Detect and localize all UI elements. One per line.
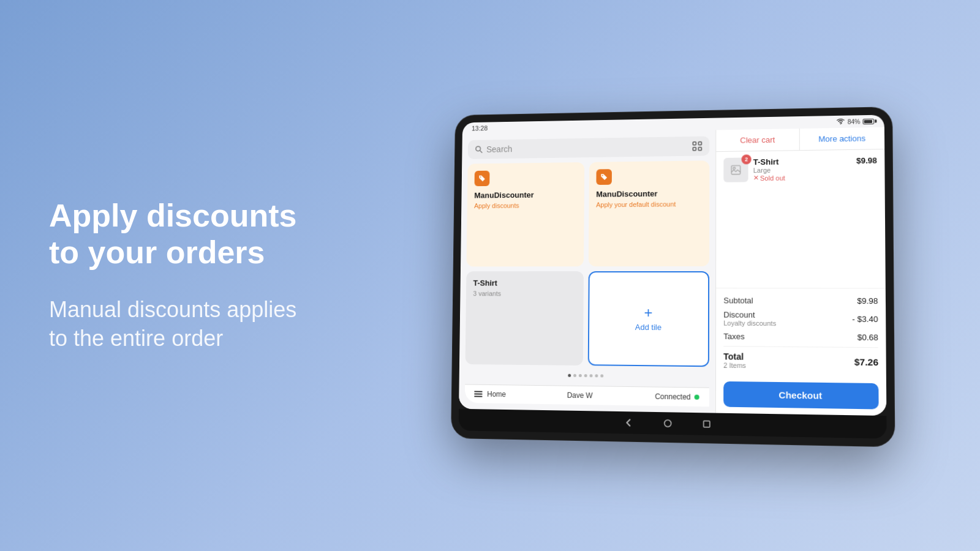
dot-2 <box>573 374 576 377</box>
hamburger-icon[interactable] <box>474 391 483 397</box>
tiles-grid: ManuDiscounter Apply discounts <box>466 160 710 367</box>
svg-line-1 <box>480 151 481 152</box>
hero-subheading: Manual discounts applies to the entire o… <box>49 296 306 353</box>
tile-subtitle-1: Apply discounts <box>474 201 577 209</box>
tablet-wrapper: 13:28 84% <box>355 110 980 441</box>
tablet-screen: Search <box>459 127 886 416</box>
discount-tile-icon-2 <box>596 169 612 185</box>
svg-point-9 <box>733 167 736 170</box>
dot-6 <box>595 374 598 377</box>
discount-label: Discount <box>723 310 776 320</box>
search-bar[interactable]: Search <box>468 137 710 159</box>
cart-totals: Subtotal $9.98 Discount Loyalty discount… <box>716 288 886 378</box>
search-placeholder: Search <box>486 144 512 154</box>
more-actions-button[interactable]: More actions <box>800 127 884 150</box>
status-right: 84% <box>836 118 874 125</box>
back-icon <box>624 418 633 427</box>
subtotal-value: $9.98 <box>857 296 878 305</box>
tile-manu-discounter-2[interactable]: ManuDiscounter Apply your default discou… <box>589 160 709 266</box>
taxes-row: Taxes $0.68 <box>723 329 878 345</box>
tile-manu-discounter-1[interactable]: ManuDiscounter Apply discounts <box>467 162 585 266</box>
hero-heading: Apply discounts to your orders <box>49 198 306 271</box>
discount-label-group: Discount Loyalty discounts <box>723 310 776 327</box>
battery-percentage: 84% <box>848 118 861 125</box>
svg-point-10 <box>665 420 671 427</box>
discount-sublabel: Loyalty discounts <box>723 320 776 328</box>
tile-title-1: ManuDiscounter <box>474 190 577 200</box>
tag-icon-2 <box>600 173 608 181</box>
total-divider <box>723 346 878 348</box>
cart-panel: Clear cart More actions 2 <box>715 127 886 416</box>
dot-4 <box>584 374 587 377</box>
android-recents-button[interactable] <box>703 420 710 427</box>
tile-subtitle-2: Apply your default discount <box>596 200 702 208</box>
tile-add[interactable]: + Add tile <box>588 271 709 367</box>
search-icon <box>475 145 483 154</box>
add-tile-label: Add tile <box>635 323 662 332</box>
discount-row: Discount Loyalty discounts - $3.40 <box>723 307 878 330</box>
hero-text-section: Apply discounts to your orders Manual di… <box>0 161 355 389</box>
cart-header: Clear cart More actions <box>716 127 884 152</box>
item-sold-out-label: ✕ Sold out <box>753 173 851 182</box>
pos-layout: Search <box>459 127 886 416</box>
dot-7 <box>600 374 603 377</box>
svg-rect-11 <box>704 421 710 427</box>
nav-user: Dave W <box>567 391 593 400</box>
home-circle-icon <box>663 419 672 427</box>
svg-rect-3 <box>698 142 701 145</box>
checkout-button[interactable]: Checkout <box>723 381 878 410</box>
grand-total-label-group: Total 2 Items <box>723 351 746 369</box>
subtotal-row: Subtotal $9.98 <box>723 293 878 308</box>
subtotal-label: Subtotal <box>723 296 753 305</box>
product-panel: Search <box>459 130 715 413</box>
tile-tshirt[interactable]: T-Shirt 3 variants <box>466 271 584 365</box>
search-bar-left: Search <box>475 144 512 154</box>
grand-total-label: Total <box>723 351 746 362</box>
dot-1 <box>568 374 571 377</box>
android-home-button[interactable] <box>663 419 672 427</box>
tablet-device: 13:28 84% <box>451 107 894 446</box>
tag-icon <box>478 174 486 183</box>
taxes-value: $0.68 <box>858 332 878 342</box>
recents-icon <box>703 420 710 427</box>
clear-cart-button[interactable]: Clear cart <box>716 129 800 151</box>
nav-left[interactable]: Home <box>474 390 506 399</box>
item-thumbnail: 2 <box>723 157 748 182</box>
cart-item[interactable]: 2 T-Shirt Large <box>723 156 877 182</box>
pagination-dots <box>465 369 709 383</box>
discount-value: - $3.40 <box>852 314 878 324</box>
nav-home-label: Home <box>487 390 506 399</box>
grid-icon <box>692 141 702 151</box>
item-details: T-Shirt Large ✕ Sold out <box>753 156 851 182</box>
svg-rect-4 <box>693 148 696 151</box>
nav-right: Connected <box>655 392 699 402</box>
nav-status-label: Connected <box>655 392 690 402</box>
dot-3 <box>578 374 581 377</box>
item-image-icon <box>730 164 741 175</box>
discount-tile-icon-1 <box>475 171 490 186</box>
add-tile-plus: + <box>644 305 652 320</box>
grand-total-sublabel: 2 Items <box>723 361 746 369</box>
bottom-nav: Home Dave W Connected <box>465 384 709 407</box>
connected-indicator <box>695 395 699 400</box>
tile-title-2: ManuDiscounter <box>596 189 702 199</box>
status-time: 13:28 <box>472 124 488 132</box>
tile-tshirt-subtitle: 3 variants <box>473 290 576 297</box>
dot-5 <box>589 374 592 377</box>
battery-icon <box>863 118 875 124</box>
grand-total-value: $7.26 <box>854 356 878 367</box>
svg-rect-5 <box>698 148 701 151</box>
tile-tshirt-title: T-Shirt <box>473 279 577 288</box>
svg-rect-8 <box>731 165 741 174</box>
wifi-icon <box>836 119 845 125</box>
svg-rect-2 <box>693 142 696 145</box>
item-badge: 2 <box>742 154 752 164</box>
grand-total-row: Total 2 Items $7.26 <box>723 349 878 373</box>
cart-items: 2 T-Shirt Large <box>716 149 886 288</box>
item-price: $9.98 <box>856 156 877 165</box>
android-back-button[interactable] <box>624 418 633 427</box>
taxes-label: Taxes <box>723 332 744 341</box>
